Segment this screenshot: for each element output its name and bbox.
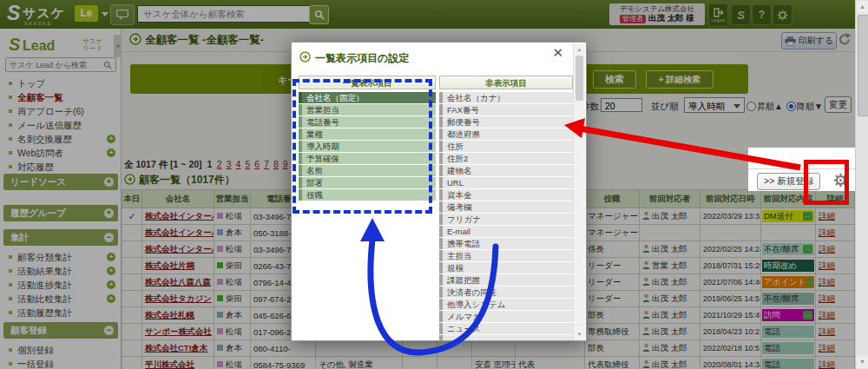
scroll-up-icon[interactable]: ▲ xyxy=(574,44,585,55)
modal-scrollbar[interactable]: ▲ ▼ xyxy=(573,43,585,340)
column-item-hidden[interactable]: ニュース xyxy=(439,323,573,334)
column-item-hidden[interactable]: フリガナ xyxy=(439,214,573,225)
scroll-up-icon[interactable]: ▲ xyxy=(857,1,868,13)
column-item-hidden[interactable]: 規模 xyxy=(439,262,573,273)
column-item-hidden[interactable]: 都道府県 xyxy=(439,128,573,140)
scrollbar-thumb[interactable] xyxy=(575,56,583,101)
column-item-hidden[interactable]: 建物名 xyxy=(439,165,573,176)
column-item-hidden[interactable]: 決済者の同意 xyxy=(439,287,573,298)
column-item-hidden[interactable]: 備考欄 xyxy=(439,201,573,213)
column-item-hidden[interactable]: 他導入システム xyxy=(439,299,573,310)
hidden-items-list: 会社名（カナ）FAX番号郵便番号都道府県住所住所2建物名URL資本金備考欄フリガ… xyxy=(439,92,573,341)
column-item-hidden[interactable]: 主担当 xyxy=(439,250,573,261)
column-item-hidden[interactable]: 携帯電話 xyxy=(439,238,573,249)
hidden-items-header: 非表示項目 xyxy=(439,76,573,89)
column-item-hidden[interactable]: 郵便番号 xyxy=(439,116,573,128)
page-scrollbar[interactable]: ▲ ▼ xyxy=(855,0,868,369)
column-item-hidden[interactable]: URL xyxy=(439,177,573,188)
column-item-hidden[interactable] xyxy=(439,335,573,341)
column-item-hidden[interactable]: E-mail xyxy=(439,226,573,237)
annotation-dashed-box xyxy=(293,79,432,214)
column-item-hidden[interactable]: 資本金 xyxy=(439,189,573,201)
column-item-hidden[interactable]: FAX番号 xyxy=(439,104,573,115)
column-item-hidden[interactable]: 住所 xyxy=(439,141,573,152)
close-icon[interactable]: ✕ xyxy=(552,45,563,61)
column-item-hidden[interactable]: メルマガ xyxy=(439,311,573,322)
column-item-hidden[interactable]: 住所2 xyxy=(439,153,573,164)
annotation-gear-highlight xyxy=(804,160,849,205)
scrollbar-thumb[interactable] xyxy=(858,15,868,116)
column-item-hidden[interactable]: 会社名（カナ） xyxy=(439,92,573,103)
modal-title: 一覧表示項目の設定 xyxy=(315,51,409,66)
column-item-hidden[interactable]: 課題把握 xyxy=(439,274,573,286)
modal-title-icon xyxy=(299,51,311,63)
scroll-down-icon[interactable]: ▼ xyxy=(857,356,868,368)
scroll-down-icon[interactable]: ▼ xyxy=(574,329,585,339)
app-window: S サスケ SAASKE Le サスケ全体から顧客検索 デモシステム株式会社 管… xyxy=(0,0,868,369)
